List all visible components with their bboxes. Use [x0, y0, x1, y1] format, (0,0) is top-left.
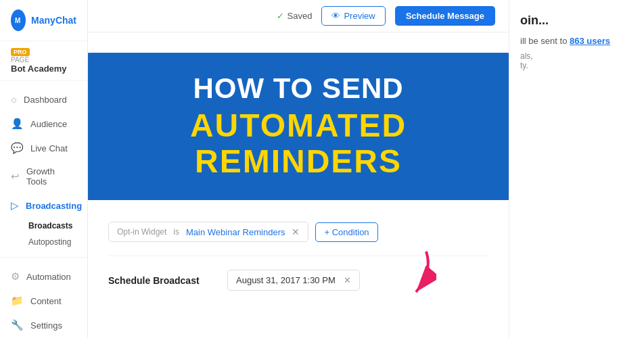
dashboard-icon: ○	[11, 94, 17, 105]
sidebar-item-label: Settings	[30, 320, 62, 331]
page-info: PRO Page Bot Academy	[0, 41, 87, 81]
sidebar-item-label: Audience	[30, 119, 67, 129]
saved-status: ✓ Saved	[277, 11, 313, 21]
manychat-logo-icon: M	[11, 9, 26, 31]
filter-chip: Opt-in Widget is Main Webinar Reminders …	[108, 222, 308, 242]
right-panel-title: oin...	[520, 14, 633, 28]
right-panel: oin... ill be sent to 863 users als,ty.	[509, 0, 644, 338]
right-panel-sub: als,ty.	[520, 51, 633, 70]
add-condition-button[interactable]: + Condition	[315, 222, 377, 242]
sidebar-item-dashboard[interactable]: ○ Dashboard	[0, 88, 87, 112]
sidebar-item-label: Automation	[26, 272, 71, 282]
sidebar-item-autoposting[interactable]: Autoposting	[0, 234, 87, 250]
settings-icon: 🔧	[11, 319, 24, 331]
overlay-line2: AUTOMATED REMINDERS	[109, 108, 488, 180]
overlay-banner: HOW TO SEND AUTOMATED REMINDERS	[88, 53, 509, 200]
chat-icon: 💬	[11, 142, 24, 154]
date-value: August 31, 2017 1:30 PM	[236, 275, 336, 285]
sidebar-item-broadcasting[interactable]: ▷ Broadcasting	[0, 193, 87, 218]
growth-icon: ↩	[11, 170, 20, 183]
preview-button[interactable]: 👁 Preview	[321, 6, 385, 26]
date-input[interactable]: August 31, 2017 1:30 PM ✕	[227, 270, 360, 291]
schedule-button[interactable]: Schedule Message	[395, 6, 495, 26]
chip-is: is	[173, 227, 179, 237]
sidebar-item-label: Broadcasting	[26, 201, 82, 211]
chip-remove-icon[interactable]: ✕	[292, 226, 300, 237]
saved-label: Saved	[288, 11, 313, 21]
pro-badge: PRO	[11, 48, 30, 56]
eye-icon: 👁	[331, 11, 340, 21]
sidebar-item-audience[interactable]: 👤 Audience	[0, 112, 87, 136]
users-count[interactable]: 863 users	[570, 36, 610, 46]
pink-arrow	[396, 245, 436, 301]
page-name: Bot Academy	[11, 64, 76, 74]
sidebar-item-label: Dashboard	[24, 95, 67, 105]
topbar: ✓ Saved 👁 Preview Schedule Message	[88, 0, 509, 32]
date-close-icon[interactable]: ✕	[344, 275, 351, 285]
sidebar-item-label: Content	[30, 296, 62, 306]
sidebar-item-label: Live Chat	[30, 143, 68, 153]
logo-text: ManyChat	[31, 15, 76, 26]
check-icon: ✓	[277, 11, 284, 21]
audience-icon: 👤	[11, 118, 24, 130]
overlay-line1: HOW TO SEND	[109, 73, 488, 104]
sidebar-item-content[interactable]: 📁 Content	[0, 289, 87, 313]
sidebar-item-settings[interactable]: 🔧 Settings	[0, 313, 87, 337]
content-area: Opt-in Widget is Main Webinar Reminders …	[88, 32, 509, 338]
sidebar-item-growthtools[interactable]: ↩ Growth Tools	[0, 160, 87, 193]
sidebar-logo[interactable]: M ManyChat	[0, 0, 87, 41]
automation-icon: ⚙	[11, 270, 20, 283]
chip-value: Main Webinar Reminders	[186, 227, 285, 237]
sidebar-item-automation[interactable]: ⚙ Automation	[0, 264, 87, 289]
sidebar: M ManyChat PRO Page Bot Academy ○ Dashbo…	[0, 0, 88, 338]
content-icon: 📁	[11, 295, 24, 307]
sidebar-item-label: Growth Tools	[26, 166, 76, 187]
filter-row: Opt-in Widget is Main Webinar Reminders …	[108, 222, 488, 242]
main-content: ✓ Saved 👁 Preview Schedule Message Opt-i…	[88, 0, 509, 338]
broadcasting-icon: ▷	[11, 199, 19, 212]
sidebar-item-broadcasts[interactable]: Broadcasts	[0, 218, 87, 234]
right-panel-send-info: ill be sent to 863 users	[520, 36, 633, 46]
page-label: Page	[11, 56, 76, 64]
sidebar-item-livechat[interactable]: 💬 Live Chat	[0, 136, 87, 160]
svg-text:M: M	[15, 17, 20, 24]
schedule-label: Schedule Broadcast	[108, 275, 216, 286]
chip-opt-in-label: Opt-in Widget	[117, 227, 166, 237]
sidebar-navigation: ○ Dashboard 👤 Audience 💬 Live Chat ↩ Gro…	[0, 81, 87, 338]
